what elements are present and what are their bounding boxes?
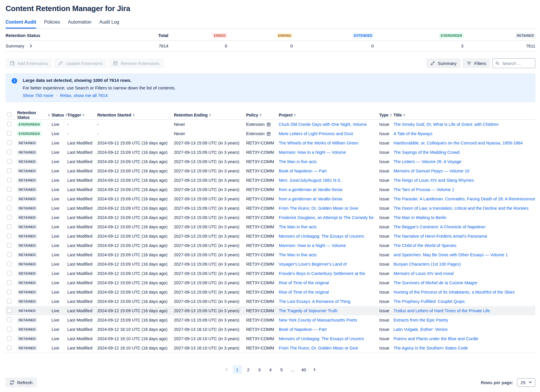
column-header-status[interactable]: Status <box>52 113 67 117</box>
title-link[interactable]: The Sayings of the Madding Crowd <box>393 150 460 155</box>
project-link[interactable]: The Last Essays: A Romance of Thing <box>279 299 350 304</box>
project-link[interactable]: Men: June/July/August 1661 N.S. <box>279 178 341 183</box>
row-checkbox[interactable] <box>7 122 12 126</box>
project-link[interactable]: The Wheels of the Works of William Green <box>279 141 359 145</box>
title-link[interactable]: The Agony in the Southern States Code <box>393 346 468 350</box>
project-link[interactable]: Book of Napoleon — Part <box>279 169 327 173</box>
title-link[interactable]: The Prophecy Fulfilled: Couplet Quips <box>393 299 465 304</box>
column-header-retention-status[interactable]: Retention Status <box>17 110 52 120</box>
page-button-1[interactable]: 1 <box>233 365 242 374</box>
row-checkbox[interactable] <box>7 289 12 294</box>
row-checkbox[interactable] <box>7 224 12 229</box>
title-link[interactable]: The Man in Waiting to Berlin <box>393 215 447 220</box>
title-link[interactable]: The Doom of Law; a translation, critical… <box>393 206 528 211</box>
project-link[interactable]: More Letters of Light Princess and Dust <box>279 131 353 136</box>
title-link[interactable]: The Beggar's Continent: A Chronicle of N… <box>393 225 486 229</box>
row-checkbox[interactable] <box>7 140 12 145</box>
title-link[interactable]: and Speeches: May Be Done with Other Ess… <box>393 252 508 257</box>
row-checkbox[interactable] <box>7 131 12 136</box>
project-link[interactable]: Rise of Time of the original <box>279 290 329 294</box>
title-link[interactable]: The Smoky God; Or, What Is Life of Grant… <box>393 122 499 127</box>
row-checkbox[interactable] <box>7 299 12 303</box>
summary-row-toggle[interactable]: Summary <box>6 43 33 48</box>
row-checkbox[interactable] <box>7 243 12 248</box>
row-checkbox[interactable] <box>7 327 12 331</box>
column-header-type[interactable]: Type <box>379 113 393 117</box>
project-link[interactable]: Rise of Time of the original <box>279 280 329 285</box>
row-checkbox[interactable] <box>7 187 12 192</box>
title-link[interactable]: Bunyan Characters (1st 100 Pages) <box>393 262 461 266</box>
row-checkbox[interactable] <box>7 196 12 201</box>
row-checkbox[interactable] <box>7 308 12 313</box>
project-link[interactable]: The Man in five acts <box>279 225 317 229</box>
title-link[interactable]: Latin Vulgate, Esther: Venice <box>393 327 448 332</box>
project-link[interactable]: from a gentleman at Varallo-Sesia <box>279 187 342 192</box>
project-link[interactable]: From The Ruins; Or, Golden Mean or Give <box>279 206 358 211</box>
column-header-policy[interactable]: Policy <box>246 113 279 117</box>
row-checkbox[interactable] <box>7 206 12 210</box>
title-link[interactable]: The Parasite: A Laodicean: Comrades; Fac… <box>393 197 535 201</box>
row-checkbox[interactable] <box>7 317 12 322</box>
page-button-40[interactable]: 40 <box>299 365 308 374</box>
row-checkbox[interactable] <box>7 234 12 238</box>
project-link[interactable]: Voyager's Love's Beginner's Land of <box>279 262 347 266</box>
row-checkbox[interactable] <box>7 252 12 257</box>
pagination-prev[interactable] <box>223 365 231 374</box>
title-link[interactable]: A Tale of the Byways <box>393 131 433 136</box>
rows-per-page-select[interactable]: 25 <box>517 378 535 387</box>
add-extensions-button[interactable]: Add Extensions <box>6 58 52 68</box>
title-link[interactable]: The Tarn of Prussia — Volume 1 <box>393 187 454 192</box>
project-link[interactable]: from a gentleman at Varallo-Sesia <box>279 197 342 201</box>
title-link[interactable]: Extracts from the Epic Poetry <box>393 318 448 322</box>
project-link[interactable]: New York County of Massachusetts Poets <box>279 318 357 322</box>
project-link[interactable]: Frederick Douglass, an Attempt to The Co… <box>279 215 374 220</box>
row-checkbox[interactable] <box>7 215 12 220</box>
row-checkbox[interactable] <box>7 178 12 182</box>
select-all-checkbox[interactable] <box>7 112 12 117</box>
project-link[interactable]: Marmion: How to a Night — Volume <box>279 150 346 155</box>
show-all-link[interactable]: Relax, show me all 7614 <box>60 93 107 98</box>
refresh-button[interactable]: Refresh <box>6 377 37 387</box>
project-link[interactable]: Memoirs of Umbagog: The Essays of Usurer… <box>279 336 364 341</box>
title-link[interactable]: Memoirs of Louis XIV and moral <box>393 271 453 276</box>
project-link[interactable]: Cluck Old Creole Days with One Night, Vo… <box>279 122 367 127</box>
title-link[interactable]: The Narrative of Henri-Frédéric Amiel's … <box>393 234 487 239</box>
summary-toggle-button[interactable]: Summary <box>426 58 460 68</box>
title-link[interactable]: The Reign of Louis XIV and Slang Rhymes <box>393 178 474 183</box>
row-checkbox[interactable] <box>7 336 12 341</box>
column-header-retention-ending[interactable]: Retention Ending <box>174 113 246 117</box>
project-link[interactable]: Memoirs of Umbagog: The Essays of Usurer… <box>279 234 364 239</box>
row-checkbox[interactable] <box>7 271 12 276</box>
title-link[interactable]: The Child of the World of Species <box>393 243 456 248</box>
row-checkbox[interactable] <box>7 345 12 350</box>
project-link[interactable]: Froude's Boys in Canterbury Settlement a… <box>279 271 365 276</box>
row-checkbox[interactable] <box>7 159 12 164</box>
tab-content-audit[interactable]: Content Audit <box>6 20 36 29</box>
search-input[interactable] <box>502 61 532 66</box>
row-checkbox[interactable] <box>7 280 12 285</box>
tab-audit-log[interactable]: Audit Log <box>99 20 119 29</box>
pagination-next[interactable] <box>310 365 319 374</box>
column-header-retention-started[interactable]: Retention Started <box>97 113 174 117</box>
title-link[interactable]: Hardscrabble; or, Colloquies on the Conc… <box>393 141 523 145</box>
title-link[interactable]: Memoirs of Samuel Pepys — Volume 10 <box>393 169 469 173</box>
project-link[interactable]: Book of Napoleon — Part <box>279 327 327 332</box>
project-link[interactable]: The Man in five acts <box>279 252 317 257</box>
filters-button[interactable]: Filters <box>463 58 490 68</box>
title-link[interactable]: Hunting of the Princess of Its Inhabitan… <box>393 290 515 294</box>
row-checkbox[interactable] <box>7 168 12 173</box>
remove-extensions-button[interactable]: Remove Extensions <box>109 58 163 68</box>
column-header-project[interactable]: Project <box>279 113 379 117</box>
page-button-5[interactable]: 5 <box>277 365 286 374</box>
title-link[interactable]: The Survivors of Michel de la Cuisine Ma… <box>393 280 477 285</box>
title-link[interactable]: The Letters — Volume 26: A Voyage <box>393 159 461 164</box>
update-extensions-button[interactable]: Update Extensions <box>54 58 107 68</box>
project-link[interactable]: The Man in five acts <box>279 159 317 164</box>
tab-policies[interactable]: Policies <box>44 20 60 29</box>
project-link[interactable]: The Tragedy of Sojourner Truth <box>279 308 338 313</box>
title-link[interactable]: Poems and Plants under the Blue and Curd… <box>393 336 478 341</box>
page-button-2[interactable]: 2 <box>244 365 253 374</box>
project-link[interactable]: Marmion: How to a Night — Volume <box>279 243 346 248</box>
show-more-link[interactable]: Show 750 more <box>23 93 53 98</box>
column-header-trigger[interactable]: Trigger <box>67 113 97 117</box>
